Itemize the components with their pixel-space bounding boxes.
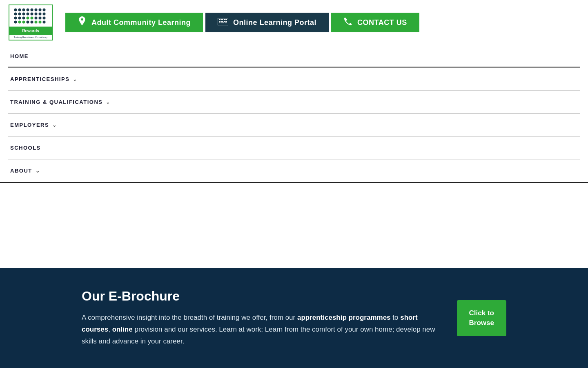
svg-point-33 [43,21,46,24]
nav-label-home: HOME [10,53,29,59]
svg-point-32 [39,21,42,24]
svg-point-14 [31,13,33,16]
svg-rect-45 [222,21,223,22]
svg-point-11 [18,13,21,16]
nav-item-home[interactable]: HOME [8,45,580,67]
svg-point-29 [27,21,29,24]
svg-point-8 [39,9,42,11]
svg-rect-47 [225,21,227,22]
logo-area: Rewards Training Recruitment Consultancy [8,4,61,41]
svg-point-19 [18,17,21,20]
footer-title: Our E-Brochure [82,289,441,304]
svg-rect-43 [219,21,220,22]
svg-point-20 [22,17,25,20]
svg-text:Training Recruitment Consultan: Training Recruitment Consultancy [14,36,48,38]
svg-rect-40 [222,19,223,20]
svg-point-23 [35,17,38,20]
chevron-down-icon-2: ⌄ [106,99,111,105]
svg-point-12 [22,13,25,16]
svg-point-15 [35,13,38,16]
footer-body: A comprehensive insight into the breadth… [82,312,441,348]
nav-item-apprenticeships[interactable]: APPRENTICESHIPS ⌄ [8,68,580,90]
svg-rect-50 [222,22,224,23]
svg-rect-38 [219,19,220,20]
svg-rect-52 [226,22,227,23]
svg-point-5 [27,9,29,11]
svg-point-31 [35,21,38,24]
nav-item-about[interactable]: ABOUT ⌄ [8,159,580,182]
header-buttons: Adult Community Learning [65,13,580,32]
svg-point-22 [31,17,33,20]
contact-us-label: CONTACT US [357,18,407,27]
svg-point-21 [27,17,29,20]
svg-point-26 [14,21,17,24]
svg-point-13 [27,13,29,16]
browse-btn-line1: Click to [469,309,494,317]
nav-item-training[interactable]: TRAINING & QUALIFICATIONS ⌄ [8,91,580,113]
nav-label-schools: SCHOOLS [10,145,41,151]
keyboard-icon [218,18,228,27]
svg-rect-51 [225,22,226,23]
svg-rect-48 [219,22,220,23]
logo-icon: Rewards Training Recruitment Consultancy [8,4,53,41]
nav-item-employers[interactable]: EMPLOYERS ⌄ [8,114,580,136]
svg-point-9 [43,9,46,11]
adult-community-learning-label: Adult Community Learning [91,18,191,27]
footer-text-area: Our E-Brochure A comprehensive insight i… [82,289,441,348]
chevron-down-icon-3: ⌄ [52,122,57,128]
svg-point-16 [39,13,42,16]
nav-label-about: ABOUT [10,168,32,174]
bold-apprenticeship: apprenticeship programmes [297,314,391,321]
svg-rect-41 [224,19,225,20]
main-navigation: HOME APPRENTICESHIPS ⌄ TRAINING & QUALIF… [0,45,588,183]
svg-point-18 [14,17,17,20]
svg-rect-49 [220,22,222,23]
svg-point-25 [43,17,46,20]
adult-community-learning-btn[interactable]: Adult Community Learning [65,13,203,32]
browse-btn-line2: Browse [469,319,494,327]
nav-item-schools[interactable]: SCHOOLS [8,137,580,159]
footer-banner: Our E-Brochure A comprehensive insight i… [0,268,588,368]
svg-rect-42 [225,19,227,20]
svg-point-2 [14,9,17,11]
bold-online: online [112,325,133,333]
svg-point-24 [39,17,42,20]
phone-icon [343,17,352,28]
svg-point-28 [22,21,25,24]
svg-point-17 [43,13,46,16]
location-icon [78,16,87,29]
svg-rect-39 [220,19,222,20]
online-learning-portal-btn[interactable]: Online Learning Portal [205,13,329,32]
svg-point-30 [31,21,33,24]
svg-point-3 [18,9,21,11]
nav-label-employers: EMPLOYERS [10,122,49,128]
svg-rect-44 [220,21,222,22]
svg-rect-46 [224,21,225,22]
svg-point-10 [14,13,17,16]
click-to-browse-btn[interactable]: Click to Browse [457,300,506,336]
svg-point-6 [31,9,33,11]
contact-us-btn[interactable]: CONTACT US [331,13,419,32]
svg-point-4 [22,9,25,11]
nav-label-training: TRAINING & QUALIFICATIONS [10,99,102,105]
svg-point-27 [18,21,21,24]
header: Rewards Training Recruitment Consultancy… [0,0,588,45]
online-learning-portal-label: Online Learning Portal [233,18,316,27]
svg-point-7 [35,9,38,11]
nav-label-apprenticeships: APPRENTICESHIPS [10,76,69,82]
svg-text:Rewards: Rewards [22,29,39,33]
chevron-down-icon-4: ⌄ [36,168,40,174]
chevron-down-icon: ⌄ [73,76,78,82]
